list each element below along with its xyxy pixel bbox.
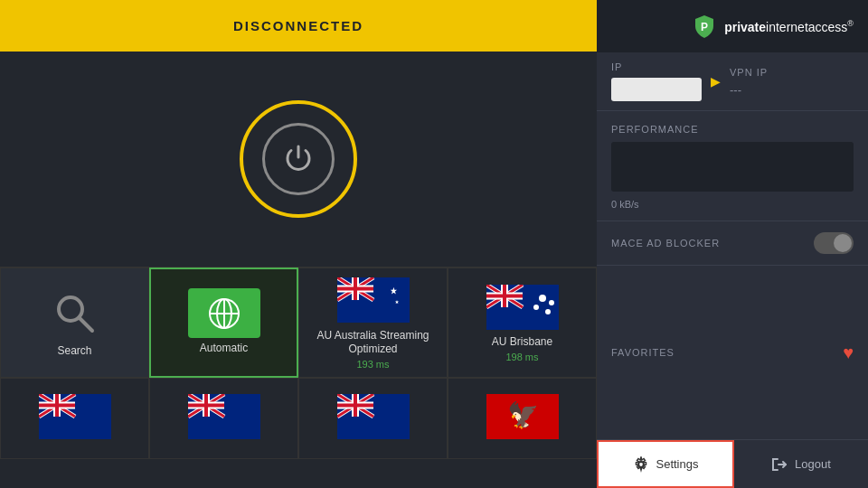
ip-label: IP (611, 61, 702, 72)
svg-point-62 (638, 462, 644, 467)
svg-text:P: P (701, 21, 708, 33)
svg-point-29 (533, 305, 539, 310)
arrow-right-icon: ▶ (711, 74, 721, 89)
disconnected-label: DISCONNECTED (233, 18, 363, 33)
pia-logo-reg: ® (847, 19, 854, 28)
pia-header: P privateinternetaccess® (597, 0, 868, 52)
vpn-ip-value: --- (730, 83, 768, 97)
globe-icon (206, 296, 242, 332)
au-streaming-label: AU Australia Streaming Optimized (303, 329, 443, 357)
al-cell[interactable]: 🦅 (448, 378, 597, 459)
performance-label: PERFORMANCE (611, 124, 699, 135)
performance-section: PERFORMANCE 0 kB/s (597, 111, 868, 221)
au-flag-streaming (337, 276, 410, 325)
search-icon-wrap (48, 286, 102, 341)
favorites-heart-icon[interactable]: ♥ (843, 343, 854, 363)
svg-text:🦅: 🦅 (506, 400, 538, 430)
bottom-buttons: Settings Logout (597, 439, 868, 488)
favorites-section: FAVORITES ♥ (597, 266, 868, 439)
au-flag-brisbane (486, 282, 559, 332)
au-cell-4[interactable] (298, 378, 448, 459)
au-brisbane-latency: 198 ms (505, 352, 538, 362)
au-flag-2 (39, 391, 111, 441)
automatic-label: Automatic (200, 342, 248, 356)
mace-toggle[interactable] (814, 232, 854, 254)
logout-label: Logout (795, 457, 831, 471)
search-icon (52, 291, 98, 336)
svg-line-1 (80, 318, 92, 331)
au-flag-3 (188, 391, 260, 441)
pia-shield-icon: P (692, 14, 717, 39)
power-button-inner (262, 123, 335, 195)
settings-button[interactable]: Settings (597, 440, 734, 488)
search-label: Search (57, 344, 91, 359)
svg-point-28 (539, 295, 546, 302)
settings-gear-icon (633, 456, 649, 473)
au-brisbane-cell[interactable]: AU Brisbane 198 ms (448, 267, 597, 378)
pia-logo-text: privateinternetaccess® (724, 19, 854, 34)
logout-button[interactable]: Logout (734, 440, 868, 488)
au-streaming-cell[interactable]: AU Australia Streaming Optimized 193 ms (298, 267, 448, 378)
al-flag: 🦅 (486, 391, 559, 441)
disconnected-banner: DISCONNECTED (0, 0, 597, 52)
ip-section: IP ▶ VPN IP --- (597, 52, 868, 111)
toggle-knob (834, 234, 852, 252)
svg-point-30 (545, 309, 551, 314)
performance-chart (611, 142, 854, 192)
search-cell[interactable]: Search (0, 267, 149, 378)
mace-label: MACE AD BLOCKER (611, 238, 720, 249)
ip-value-box (611, 78, 702, 101)
au-cell-3[interactable] (149, 378, 298, 459)
favorites-label: FAVORITES (611, 347, 675, 358)
au-brisbane-label: AU Brisbane (492, 335, 552, 350)
automatic-cell[interactable]: Automatic (149, 267, 298, 378)
server-grid: Search Automatic (0, 267, 597, 488)
vpn-ip-section: VPN IP --- (730, 67, 768, 97)
pia-logo-normal: internetaccess (766, 19, 847, 33)
power-icon (282, 143, 315, 175)
settings-label: Settings (656, 457, 699, 471)
auto-icon-wrap (188, 288, 260, 338)
svg-point-31 (549, 300, 554, 305)
vpn-ip-label: VPN IP (730, 67, 768, 78)
au-streaming-latency: 193 ms (356, 359, 389, 370)
pia-logo-bold: private (724, 19, 766, 33)
right-panel: P privateinternetaccess® IP ▶ VPN IP ---… (597, 0, 868, 488)
mace-section: MACE AD BLOCKER (597, 221, 868, 266)
au-flag-4 (337, 391, 410, 441)
ip-row: IP ▶ VPN IP --- (611, 61, 854, 101)
left-panel: DISCONNECTED Search (0, 0, 597, 488)
power-area (0, 52, 597, 266)
performance-value: 0 kB/s (611, 199, 639, 210)
au-cell-2[interactable] (0, 378, 149, 459)
power-button[interactable] (240, 100, 357, 218)
logout-icon (771, 456, 788, 473)
